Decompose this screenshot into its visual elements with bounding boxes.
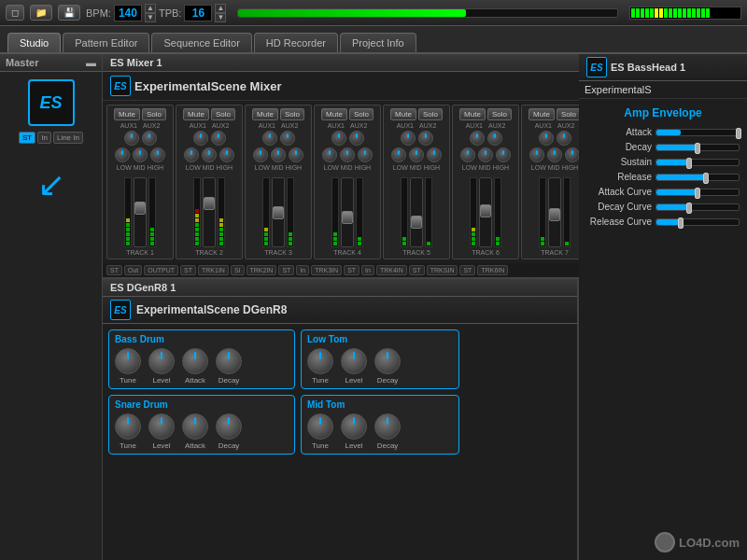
release-curve-slider[interactable] xyxy=(655,218,740,226)
low-knob-6[interactable] xyxy=(460,147,475,162)
level-knob-lowtom[interactable] xyxy=(341,348,367,374)
mid-knob-7[interactable] xyxy=(547,147,562,162)
aux1-knob-4[interactable] xyxy=(331,131,346,146)
new-button[interactable]: ◻ xyxy=(6,5,24,21)
fader-1[interactable] xyxy=(134,177,147,247)
fader-6[interactable] xyxy=(479,177,492,247)
low-knob-2[interactable] xyxy=(184,147,199,162)
decay-knob-snare[interactable] xyxy=(216,413,242,440)
tpb-up[interactable]: ▲ xyxy=(215,4,226,13)
attack-knob-snare[interactable] xyxy=(182,413,208,440)
level-knob-midtom[interactable] xyxy=(341,413,367,440)
aux1-knob-3[interactable] xyxy=(262,131,277,146)
decay-knob-midtom[interactable] xyxy=(374,413,401,440)
tune-knob-snare[interactable] xyxy=(115,413,141,440)
low-knob-4[interactable] xyxy=(322,147,337,162)
solo-btn-2[interactable]: Solo xyxy=(211,108,235,120)
solo-btn-5[interactable]: Solo xyxy=(418,108,443,120)
aux2-knob-3[interactable] xyxy=(280,131,295,146)
high-knob-7[interactable] xyxy=(565,147,579,162)
route-st-4[interactable]: ST xyxy=(344,265,359,275)
attack-slider[interactable] xyxy=(655,129,740,136)
aux1-knob-7[interactable] xyxy=(539,131,554,146)
aux2-knob-4[interactable] xyxy=(349,131,364,146)
decay-knob-lowtom[interactable] xyxy=(374,348,401,374)
mute-btn-1[interactable]: Mute xyxy=(114,108,140,120)
route-st-6[interactable]: ST xyxy=(459,265,475,275)
route-trk3in[interactable]: TRK3IN xyxy=(311,265,342,275)
fader-5[interactable] xyxy=(410,177,423,247)
mute-btn-7[interactable]: Mute xyxy=(529,108,555,120)
mute-btn-5[interactable]: Mute xyxy=(390,108,416,120)
high-knob-2[interactable] xyxy=(219,147,234,162)
route-st-2[interactable]: ST xyxy=(180,265,196,275)
bpm-down[interactable]: ▼ xyxy=(145,13,156,22)
route-trksin[interactable]: TRKSIN xyxy=(427,265,458,275)
low-knob-7[interactable] xyxy=(529,147,544,162)
aux2-knob-1[interactable] xyxy=(142,131,157,146)
route-trk1in[interactable]: TRK1IN xyxy=(198,265,229,275)
sustain-slider[interactable] xyxy=(655,159,740,166)
st-button[interactable]: ST xyxy=(19,132,35,144)
fader-handle-2[interactable] xyxy=(204,197,215,210)
in-button[interactable]: In xyxy=(37,132,51,144)
aux2-knob-2[interactable] xyxy=(211,131,226,146)
tab-studio[interactable]: Studio xyxy=(7,33,61,52)
low-knob-5[interactable] xyxy=(391,147,406,162)
decay-slider[interactable] xyxy=(655,144,740,151)
fader-2[interactable] xyxy=(203,177,216,247)
open-button[interactable]: 📁 xyxy=(30,5,52,21)
fader-handle-1[interactable] xyxy=(134,202,146,215)
solo-btn-4[interactable]: Solo xyxy=(349,108,374,120)
decay-knob-bass[interactable] xyxy=(216,348,242,374)
solo-btn-7[interactable]: Solo xyxy=(557,108,579,120)
mute-btn-6[interactable]: Mute xyxy=(459,108,486,120)
tune-knob-lowtom[interactable] xyxy=(307,348,333,374)
aux2-knob-6[interactable] xyxy=(487,131,502,146)
fader-handle-4[interactable] xyxy=(342,211,353,224)
mid-knob-4[interactable] xyxy=(340,147,355,162)
mid-knob-1[interactable] xyxy=(133,147,148,162)
route-trk6in[interactable]: TRK6IN xyxy=(477,265,508,275)
route-st-3[interactable]: ST xyxy=(278,265,294,275)
route-output[interactable]: OUTPUT xyxy=(144,265,178,275)
mute-btn-3[interactable]: Mute xyxy=(252,108,278,120)
tune-knob-bass[interactable] xyxy=(115,348,141,374)
fader-7[interactable] xyxy=(548,177,561,247)
release-slider[interactable] xyxy=(655,174,740,181)
high-knob-6[interactable] xyxy=(496,147,511,162)
route-st-5[interactable]: ST xyxy=(409,265,425,275)
mid-knob-3[interactable] xyxy=(271,147,286,162)
mute-btn-2[interactable]: Mute xyxy=(183,108,209,120)
tune-knob-midtom[interactable] xyxy=(307,413,333,440)
tab-hd-recorder[interactable]: HD Recorder xyxy=(254,33,338,52)
fader-handle-3[interactable] xyxy=(273,206,284,219)
route-st-1[interactable]: ST xyxy=(106,265,122,275)
solo-btn-6[interactable]: Solo xyxy=(487,108,512,120)
aux2-knob-5[interactable] xyxy=(418,131,433,146)
tpb-down[interactable]: ▼ xyxy=(215,13,226,22)
aux1-knob-2[interactable] xyxy=(193,131,208,146)
attack-knob-bass[interactable] xyxy=(182,348,208,374)
save-button[interactable]: 💾 xyxy=(58,5,80,21)
aux1-knob-1[interactable] xyxy=(124,131,139,146)
high-knob-3[interactable] xyxy=(289,147,303,162)
solo-btn-1[interactable]: Solo xyxy=(142,108,166,120)
high-knob-1[interactable] xyxy=(150,147,165,162)
aux1-knob-5[interactable] xyxy=(401,131,416,146)
fader-handle-6[interactable] xyxy=(480,204,491,217)
collapse-icon[interactable]: ▬ xyxy=(86,57,96,68)
solo-btn-3[interactable]: Solo xyxy=(280,108,304,120)
level-knob-snare[interactable] xyxy=(148,413,175,440)
tab-pattern-editor[interactable]: Pattern Editor xyxy=(63,33,149,52)
attack-curve-slider[interactable] xyxy=(655,189,740,196)
aux2-knob-7[interactable] xyxy=(557,131,571,146)
linein-button[interactable]: Line In xyxy=(53,132,83,144)
bpm-up[interactable]: ▲ xyxy=(145,4,156,13)
fader-3[interactable] xyxy=(272,177,285,247)
mid-knob-6[interactable] xyxy=(478,147,493,162)
mid-knob-5[interactable] xyxy=(409,147,424,162)
route-si-1[interactable]: SI xyxy=(231,265,245,275)
fader-handle-7[interactable] xyxy=(549,208,560,221)
route-trk4in[interactable]: TRK4IN xyxy=(376,265,407,275)
